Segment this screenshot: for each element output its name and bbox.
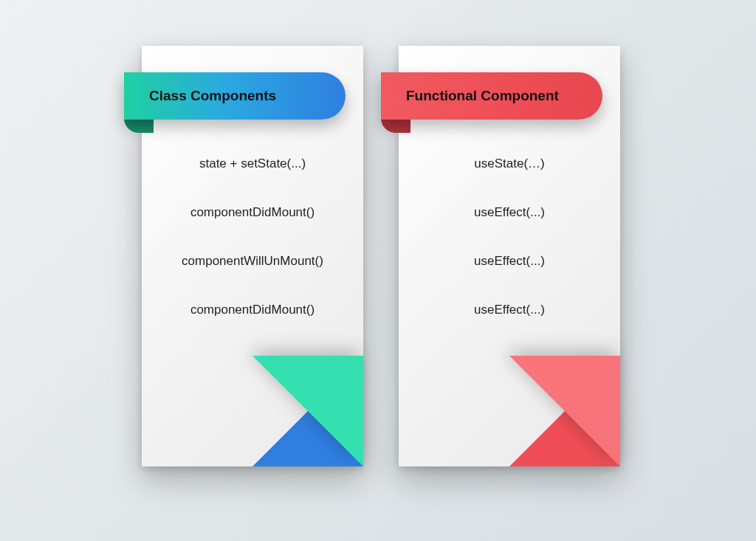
list-item: componentDidMount() (190, 303, 315, 317)
list-item: state + setState(...) (199, 156, 306, 171)
list-item: componentWillUnMount() (182, 254, 323, 269)
corner-fold-icon (509, 356, 620, 466)
card-class-components: Class Components state + setState(...) c… (142, 46, 363, 466)
corner-fold-icon (252, 356, 363, 466)
list-item: componentDidMount() (190, 205, 315, 220)
list-item: useEffect(...) (474, 303, 545, 317)
card-title: Functional Component (406, 88, 559, 104)
card-title: Class Components (149, 88, 276, 104)
diagram-stage: Class Components state + setState(...) c… (0, 0, 756, 541)
list-item: useEffect(...) (474, 254, 545, 269)
list-item: useEffect(...) (474, 205, 545, 220)
card-item-list: state + setState(...) componentDidMount(… (142, 156, 363, 317)
list-item: useState(…) (474, 156, 544, 171)
card-item-list: useState(…) useEffect(...) useEffect(...… (399, 156, 620, 317)
card-title-ribbon: Functional Component (381, 72, 602, 120)
card-functional-component: Functional Component useState(…) useEffe… (399, 46, 620, 466)
card-title-ribbon: Class Components (124, 72, 346, 120)
